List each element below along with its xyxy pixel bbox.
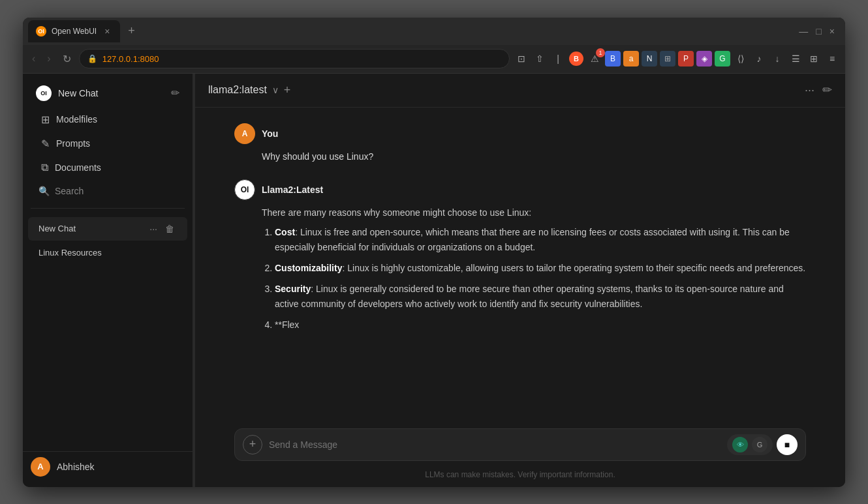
modelfiles-label: Modelfiles (56, 114, 97, 125)
chat-list: New Chat ··· 🗑 Linux Resources ··· 🗑 (23, 214, 193, 451)
user-message-content: Why should you use Linux? (234, 149, 806, 164)
ext1-icon[interactable]: B (605, 51, 621, 67)
ai-point-4: **Flex (275, 318, 806, 332)
input-add-button[interactable]: + (243, 435, 262, 454)
download-icon[interactable]: ↓ (769, 51, 785, 67)
modelfiles-icon: ⊞ (41, 113, 50, 126)
delete-chat-button[interactable]: 🗑 (163, 222, 177, 235)
more-options-button[interactable]: ··· (147, 222, 160, 235)
edit-icon[interactable]: ✏ (171, 87, 179, 99)
disclaimer-text: LLMs can make mistakes. Verify important… (425, 470, 615, 479)
tab-title: Open WebUI (52, 27, 97, 36)
tab-close-button[interactable]: × (102, 25, 112, 38)
share-icon[interactable]: ⇧ (532, 51, 548, 67)
user-sender: You (262, 128, 278, 139)
minimize-button[interactable]: — (799, 26, 808, 37)
maximize-button[interactable]: □ (816, 26, 821, 37)
documents-label: Documents (55, 162, 101, 173)
chat-item-new-chat[interactable]: New Chat ··· 🗑 (28, 217, 187, 241)
oi-logo: OI (36, 85, 52, 101)
prompts-icon: ✎ (41, 138, 50, 150)
ext9-icon[interactable]: ♪ (751, 51, 767, 67)
chat-item-linux-resources[interactable]: Linux Resources ··· 🗑 (28, 241, 187, 265)
model-chevron-icon: ∨ (272, 85, 279, 95)
address-bar[interactable]: 🔒 127.0.0.1:8080 (79, 49, 510, 68)
refresh-button[interactable]: ↻ (59, 50, 75, 68)
ext7-icon[interactable]: G (715, 51, 730, 67)
brave-shield-icon[interactable]: B (568, 51, 584, 67)
titlebar-controls: — □ × (799, 26, 840, 37)
extensions-icon[interactable]: ⊞ (806, 51, 822, 67)
user-name: Abhishek (57, 462, 95, 472)
ai-message: OI Llama2:Latest There are many reasons … (234, 179, 806, 333)
user-question: Why should you use Linux? (262, 151, 373, 162)
ext3-icon[interactable]: N (642, 51, 657, 67)
display-icon[interactable]: ⊡ (514, 51, 529, 67)
menu-icon[interactable]: ≡ (824, 51, 840, 67)
close-button[interactable]: × (829, 26, 835, 37)
prompts-label: Prompts (56, 138, 90, 149)
sidebar-toggle-icon[interactable]: ☰ (788, 51, 803, 67)
message-input[interactable] (269, 439, 721, 450)
alert-icon[interactable]: ⚠ 1 (587, 51, 602, 67)
nav-extension-icons: ⊡ ⇧ | B ⚠ 1 B a N ⊞ P ◈ G ⟨⟩ ♪ ↓ ☰ ⊞ ≡ (514, 51, 840, 67)
ai-points-list: Cost: Linux is free and open-source, whi… (262, 225, 806, 332)
chat-header-actions: ··· ✏ (805, 83, 832, 97)
new-chat-label: New Chat (58, 88, 98, 98)
delete-chat-button[interactable]: 🗑 (163, 246, 177, 259)
sidebar-item-documents[interactable]: ⧉ Documents (28, 156, 187, 179)
ext4-icon[interactable]: ⊞ (660, 51, 675, 67)
address-host: 127.0.0.1 (102, 54, 138, 64)
brave-icon: B (569, 52, 583, 66)
tool2-icon[interactable]: G (752, 437, 767, 452)
main-content: OI New Chat ✏ ⊞ Modelfiles ✎ Prompts ⧉ D… (23, 74, 845, 487)
browser-tab[interactable]: OI Open WebUI × (28, 20, 120, 42)
sidebar-divider (31, 208, 185, 209)
chat-area: llama2:latest ∨ + ··· ✏ A You (195, 74, 845, 487)
message-header: A You (234, 123, 806, 144)
back-button[interactable]: ‹ (28, 50, 39, 67)
model-name: llama2:latest (208, 84, 267, 96)
address-port: :8080 (138, 54, 159, 64)
ext8-icon[interactable]: ⟨⟩ (733, 51, 749, 67)
send-button[interactable]: ■ (777, 434, 798, 455)
input-area: + 👁 G ■ (195, 421, 845, 466)
input-box: + 👁 G ■ (234, 428, 806, 461)
ai-message-header: OI Llama2:Latest (234, 179, 806, 200)
disclaimer: LLMs can make mistakes. Verify important… (195, 466, 845, 487)
titlebar: OI Open WebUI × + — □ × (23, 18, 845, 45)
ext2-icon[interactable]: a (623, 51, 639, 67)
sidebar: OI New Chat ✏ ⊞ Modelfiles ✎ Prompts ⧉ D… (23, 74, 193, 487)
new-chat-edit-button[interactable]: ✏ (822, 83, 832, 97)
chat-header: llama2:latest ∨ + ··· ✏ (195, 74, 845, 108)
search-icon: 🔍 (39, 186, 50, 196)
new-chat-button[interactable]: OI New Chat ✏ (28, 80, 187, 106)
model-add-icon[interactable]: + (284, 83, 291, 97)
divider: | (550, 51, 566, 67)
more-options-button[interactable]: ··· (147, 246, 160, 259)
messages-container: A You Why should you use Linux? OI Llama… (195, 108, 845, 421)
sidebar-item-prompts[interactable]: ✎ Prompts (28, 132, 187, 155)
chat-item-label: Linux Resources (39, 248, 102, 258)
alert-badge: 1 (596, 48, 605, 57)
ai-point-3: Security: Linux is generally considered … (275, 282, 806, 311)
ext5-icon[interactable]: P (678, 51, 694, 67)
chat-actions: ··· 🗑 (147, 222, 177, 235)
new-tab-button[interactable]: + (123, 24, 140, 38)
ai-point-1: Cost: Linux is free and open-source, whi… (275, 225, 806, 254)
tool1-icon[interactable]: 👁 (732, 437, 748, 452)
more-options-button[interactable]: ··· (805, 83, 814, 97)
security-icon: 🔒 (87, 54, 97, 63)
ext6-icon[interactable]: ◈ (696, 51, 712, 67)
chat-item-label: New Chat (39, 224, 76, 233)
search-button[interactable]: 🔍 Search (28, 182, 187, 200)
input-icons: 👁 G ■ (727, 434, 798, 455)
model-selector[interactable]: llama2:latest ∨ + (208, 83, 290, 97)
forward-button[interactable]: › (43, 50, 54, 67)
user-message: A You Why should you use Linux? (234, 123, 806, 164)
user-avatar: A (31, 457, 50, 477)
search-label: Search (55, 186, 84, 196)
documents-icon: ⧉ (41, 162, 48, 173)
sidebar-item-modelfiles[interactable]: ⊞ Modelfiles (28, 108, 187, 131)
new-chat-left: OI New Chat (36, 85, 98, 101)
